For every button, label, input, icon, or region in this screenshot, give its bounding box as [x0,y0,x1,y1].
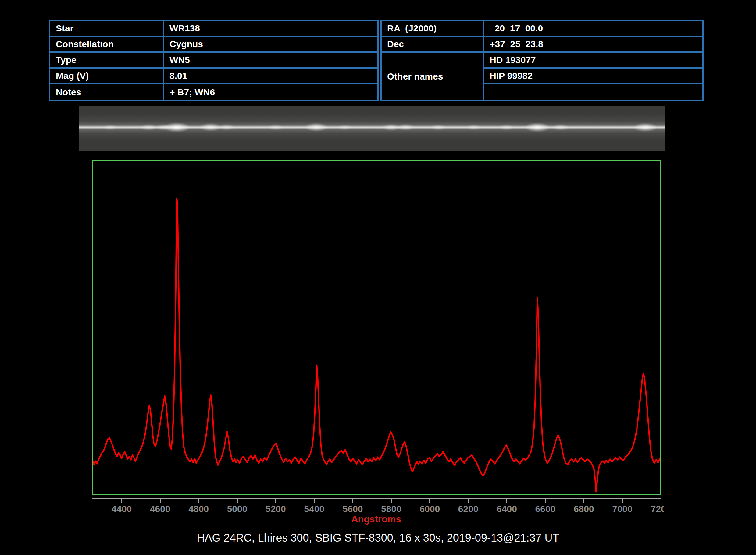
x-tick [661,499,662,503]
x-tick-label: 6600 [535,504,556,514]
x-tick-label: 6000 [420,504,440,514]
x-tick [275,499,276,503]
spectrum-strip-image [79,106,666,152]
type-value: WN5 [164,53,377,69]
x-tick-label: 5600 [343,504,363,514]
dec-label: Dec [382,37,484,53]
x-tick [622,499,623,503]
x-tick-label: 7000 [612,504,633,514]
star-value: WR138 [164,21,377,37]
x-tick-label: 5200 [266,504,286,514]
constellation-label: Constellation [50,37,164,53]
x-tick-label: 7200 [651,504,664,514]
slide: Star WR138 Constellation Cygnus Type WN5… [0,0,756,555]
x-tick [391,499,392,503]
star-label: Star [50,21,164,37]
spectrum-curve [93,199,660,492]
caption: HAG 24RC, Lhires 300, SBIG STF-8300, 16 … [0,531,756,544]
other-names-label: Other names [382,53,484,100]
x-axis-title: Angstroms [351,514,401,525]
mag-value: 8.01 [164,69,377,84]
x-tick-label: 5400 [304,504,324,514]
spectrum-plot: 4400460048005000520054005600580060006200… [90,157,664,525]
emission-line-blob [497,123,517,131]
plot-border-box [92,160,661,495]
x-tick-label: 6800 [574,504,594,514]
notes-label: Notes [50,84,164,100]
x-tick [429,499,430,503]
emission-line-blob [266,123,286,131]
x-tick [160,499,161,503]
dec-value: +37 25 23.8 [484,37,702,53]
x-tick [198,499,199,503]
star-info-table-right: RA (J2000) 20 17 00.0 Dec +37 25 23.8 Ot… [381,20,704,101]
ra-value: 20 17 00.0 [484,21,702,37]
x-tick-label: 5000 [227,504,247,514]
x-tick-label: 4800 [188,504,209,514]
x-tick-label: 5800 [381,504,401,514]
type-label: Type [50,53,164,69]
emission-line-blob [428,123,448,131]
x-tick [237,499,238,503]
spectrum-curve-svg [93,161,660,494]
x-tick [468,499,469,503]
emission-line-blob [101,124,119,131]
star-info-table-left: Star WR138 Constellation Cygnus Type WN5… [49,20,379,101]
constellation-value: Cygnus [164,37,377,53]
notes-value: + B7; WN6 [164,84,377,100]
other-names-value-3 [484,84,702,100]
x-tick [506,499,507,503]
emission-line-blob [521,121,554,133]
other-names-value-1: HD 193077 [484,53,702,69]
x-tick [545,499,546,503]
emission-line-blob [630,122,661,133]
x-tick [121,499,122,503]
x-tick-label: 4600 [150,504,170,514]
x-tick-label: 4400 [112,504,132,514]
emission-line-blob [159,121,194,134]
x-axis-line [92,498,661,499]
other-names-value-2: HIP 99982 [484,69,702,84]
emission-line-blob [335,124,354,131]
x-tick-label: 6200 [458,504,479,514]
mag-label: Mag (V) [50,69,164,84]
x-tick [314,499,315,503]
emission-line-blob [550,123,571,132]
x-tick [584,499,584,503]
ra-label: RA (J2000) [382,21,484,37]
x-tick [352,499,353,503]
x-tick-label: 6400 [496,504,517,514]
